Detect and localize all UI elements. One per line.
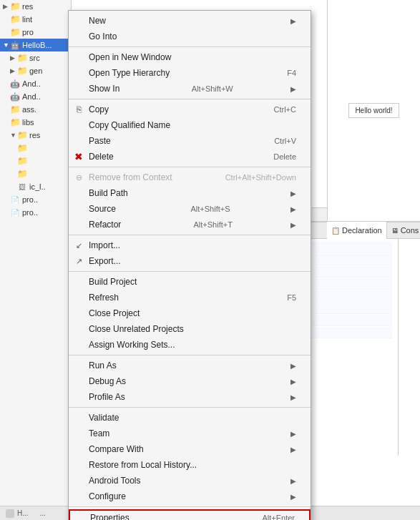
menu-item-refresh[interactable]: Refresh F5 bbox=[69, 290, 311, 305]
submenu-arrow: ▶ bbox=[290, 378, 296, 386]
menu-item-delete[interactable]: ✖ Delete Delete bbox=[69, 149, 311, 165]
folder-icon: 📁 bbox=[17, 143, 27, 153]
menu-item-restore-local-history[interactable]: Restore from Local History... bbox=[69, 457, 311, 473]
menu-item-export[interactable]: ↗ Export... bbox=[69, 253, 311, 269]
menu-item-show-in[interactable]: Show In Alt+Shift+W ▶ bbox=[69, 81, 311, 97]
tree-label: pro bbox=[22, 28, 34, 36]
tree-label: gen bbox=[29, 67, 42, 75]
file-tree: ▶ 📁 res 📁 lint 📁 pro ▼ 🤖 HelloB... ▶ 📁 s… bbox=[0, 0, 72, 520]
tree-item-pro1[interactable]: 📄 pro.. bbox=[0, 193, 71, 206]
separator bbox=[69, 46, 311, 47]
shortcut-label: Alt+Shift+T bbox=[179, 220, 232, 229]
cons-icon: 🖥 bbox=[391, 227, 399, 235]
tree-item-libs[interactable]: 📁 libs bbox=[0, 116, 71, 129]
tree-item-pro[interactable]: 📁 pro bbox=[0, 26, 71, 39]
menu-item-team[interactable]: Team ▶ bbox=[69, 426, 311, 441]
menu-item-close-unrelated[interactable]: Close Unrelated Projects bbox=[69, 321, 311, 337]
shortcut-label: Alt+Shift+S bbox=[176, 205, 230, 213]
menu-label: New bbox=[89, 16, 106, 26]
menu-item-new[interactable]: New ▶ bbox=[69, 13, 311, 29]
menu-item-copy[interactable]: ⎘ Copy Ctrl+C bbox=[69, 102, 311, 117]
tree-item-src[interactable]: ▶ 📁 src bbox=[0, 51, 71, 64]
menu-item-assign-working-sets[interactable]: Assign Working Sets... bbox=[69, 337, 311, 353]
tree-item-sub3[interactable]: 📁 bbox=[0, 167, 71, 180]
submenu-arrow: ▶ bbox=[290, 362, 296, 370]
menu-item-debug-as[interactable]: Debug As ▶ bbox=[69, 373, 311, 389]
tree-arrow-hellob: ▼ bbox=[3, 41, 10, 49]
tree-item-res[interactable]: ▶ 📁 res bbox=[0, 0, 71, 13]
menu-label: Assign Working Sets... bbox=[89, 340, 175, 350]
tree-label: And.. bbox=[22, 79, 41, 88]
tree-item-sub1[interactable]: 📁 bbox=[0, 142, 71, 154]
tree-item-sub2[interactable]: 📁 bbox=[0, 154, 71, 167]
menu-item-validate[interactable]: Validate bbox=[69, 410, 311, 426]
tree-arrow-gen: ▶ bbox=[10, 67, 17, 74]
tree-item-ass[interactable]: 📁 ass. bbox=[0, 103, 71, 116]
tree-item-hellob[interactable]: ▼ 🤖 HelloB... bbox=[0, 39, 71, 51]
status-text-1: H... bbox=[17, 509, 29, 517]
menu-item-compare-with[interactable]: Compare With ▶ bbox=[69, 441, 311, 457]
remove-context-icon: ⊖ bbox=[73, 172, 84, 183]
tree-item-and1[interactable]: 🤖 And.. bbox=[0, 77, 71, 90]
tree-item-pro2[interactable]: 📄 pro.. bbox=[0, 206, 71, 219]
menu-item-run-as[interactable]: Run As ▶ bbox=[69, 358, 311, 373]
menu-label: Team bbox=[89, 428, 109, 438]
menu-item-android-tools[interactable]: Android Tools ▶ bbox=[69, 473, 311, 489]
preview-panel: Hello world! bbox=[327, 0, 420, 222]
file-icon: 📄 bbox=[10, 195, 20, 205]
menu-label: Profile As bbox=[89, 392, 125, 402]
menu-label: Android Tools bbox=[89, 476, 141, 486]
menu-item-build-path[interactable]: Build Path ▶ bbox=[69, 185, 311, 201]
menu-label: Run As bbox=[89, 360, 117, 371]
menu-item-go-into[interactable]: Go Into bbox=[69, 29, 311, 44]
menu-item-configure[interactable]: Configure ▶ bbox=[69, 489, 311, 504]
submenu-arrow: ▶ bbox=[290, 430, 296, 438]
menu-item-paste[interactable]: Paste Ctrl+V bbox=[69, 133, 311, 149]
menu-label: Source bbox=[89, 204, 116, 214]
status-item-1: H... bbox=[6, 509, 29, 518]
tab-cons[interactable]: 🖥 Cons bbox=[387, 222, 420, 239]
menu-item-copy-qualified-name[interactable]: Copy Qualified Name bbox=[69, 117, 311, 133]
folder-icon: 📁 bbox=[17, 130, 27, 140]
folder-icon: 📁 bbox=[17, 53, 27, 63]
menu-label: Open Type Hierarchy bbox=[89, 68, 170, 78]
tree-item-res2[interactable]: ▼ 📁 res bbox=[0, 129, 71, 142]
tree-item-icl[interactable]: 🖼 ic_l.. bbox=[0, 180, 71, 193]
menu-item-build-project[interactable]: Build Project bbox=[69, 274, 311, 290]
tree-item-lint[interactable]: 📁 lint bbox=[0, 13, 71, 26]
tree-item-gen[interactable]: ▶ 📁 gen bbox=[0, 64, 71, 77]
menu-item-source[interactable]: Source Alt+Shift+S ▶ bbox=[69, 201, 311, 217]
menu-item-close-project[interactable]: Close Project bbox=[69, 305, 311, 321]
menu-label: Close Project bbox=[89, 308, 140, 318]
menu-item-remove-context: ⊖ Remove from Context Ctrl+Alt+Shift+Dow… bbox=[69, 170, 311, 185]
menu-item-refactor[interactable]: Refactor Alt+Shift+T ▶ bbox=[69, 217, 311, 232]
separator bbox=[69, 407, 311, 408]
tree-label: ass. bbox=[22, 105, 36, 114]
shortcut-label: Ctrl+C bbox=[260, 105, 296, 114]
decl-tabs: 📋 Declaration 🖥 Cons bbox=[327, 222, 420, 239]
shortcut-label: Alt+Enter bbox=[248, 514, 295, 520]
menu-label: Copy Qualified Name bbox=[89, 120, 170, 130]
submenu-arrow: ▶ bbox=[290, 477, 296, 485]
tab-declaration[interactable]: 📋 Declaration bbox=[327, 222, 387, 239]
menu-label: Close Unrelated Projects bbox=[89, 324, 184, 334]
menu-item-open-new-window[interactable]: Open in New Window bbox=[69, 49, 311, 65]
menu-item-open-type-hierarchy[interactable]: Open Type Hierarchy F4 bbox=[69, 65, 311, 81]
copy-icon: ⎘ bbox=[73, 104, 84, 115]
tree-item-and2[interactable]: 🤖 And.. bbox=[0, 90, 71, 103]
menu-label: Compare With bbox=[89, 444, 144, 454]
shortcut-label: F4 bbox=[273, 69, 296, 77]
android-icon: 🤖 bbox=[10, 79, 20, 89]
folder-icon: 📁 bbox=[17, 66, 27, 76]
android-icon: 🤖 bbox=[10, 40, 20, 50]
menu-label: Import... bbox=[89, 240, 120, 250]
submenu-arrow: ▶ bbox=[290, 17, 296, 25]
file-icon: 📄 bbox=[10, 207, 20, 217]
folder-icon: 📁 bbox=[10, 14, 20, 24]
menu-item-import[interactable]: ↙ Import... bbox=[69, 237, 311, 253]
status-item-2: ... bbox=[40, 509, 46, 517]
menu-label: Refactor bbox=[89, 220, 121, 230]
menu-item-profile-as[interactable]: Profile As ▶ bbox=[69, 389, 311, 405]
submenu-arrow: ▶ bbox=[290, 446, 296, 453]
menu-item-properties[interactable]: Properties Alt+Enter bbox=[69, 509, 311, 520]
